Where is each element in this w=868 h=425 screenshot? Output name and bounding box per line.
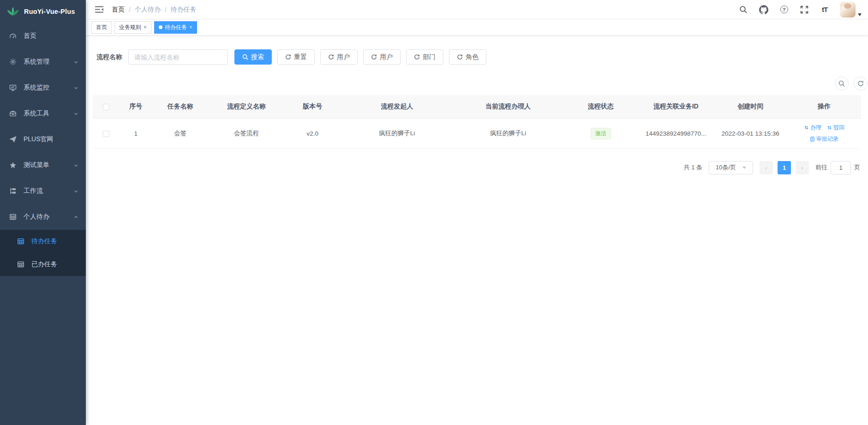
- search-icon: [242, 54, 248, 60]
- chevron-down-icon: [742, 167, 746, 169]
- sidebar-item-personal-todo[interactable]: 个人待办: [0, 204, 86, 230]
- sidebar-item-home[interactable]: 首页: [0, 23, 86, 49]
- col-status: 流程状态: [563, 95, 638, 118]
- github-icon[interactable]: [759, 5, 769, 15]
- chevron-down-icon: [73, 189, 78, 194]
- goto-page-input[interactable]: [831, 161, 851, 174]
- sidebar-item-workflow[interactable]: 工作流: [0, 178, 86, 204]
- prev-page-button[interactable]: ‹: [760, 161, 773, 174]
- page-size-select[interactable]: 10条/页: [709, 161, 753, 174]
- monitor-icon: [9, 84, 17, 92]
- sidebar-item-plus-website[interactable]: PLUS官网: [0, 126, 86, 152]
- dept-button[interactable]: 部门: [406, 49, 443, 65]
- tab-home[interactable]: 首页: [91, 21, 112, 34]
- sidebar-item-label: PLUS官网: [24, 135, 54, 144]
- help-icon[interactable]: ?: [779, 5, 789, 15]
- avatar[interactable]: [840, 2, 856, 18]
- tab-todo-tasks[interactable]: 待办任务 ×: [154, 21, 197, 34]
- search-button[interactable]: 搜索: [234, 49, 272, 65]
- tab-label: 首页: [96, 24, 107, 31]
- cell-initiator: 疯狂的狮子Li: [341, 118, 453, 149]
- send-icon: [9, 136, 17, 144]
- chevron-down-icon: [73, 163, 78, 168]
- user-button-2[interactable]: 用户: [363, 49, 401, 65]
- chevron-up-icon: [73, 215, 78, 220]
- handle-link[interactable]: 办理: [804, 124, 821, 132]
- star-icon: [9, 162, 17, 169]
- sidebar-item-label: 测试菜单: [24, 161, 49, 169]
- user-button-1[interactable]: 用户: [320, 49, 358, 65]
- col-version: 版本号: [284, 95, 341, 118]
- cell-business-id: 1449238924998770...: [638, 118, 713, 149]
- breadcrumb-separator: /: [129, 6, 131, 13]
- refresh-icon: [457, 54, 463, 60]
- close-icon[interactable]: ×: [144, 24, 147, 30]
- process-name-input[interactable]: [128, 49, 228, 65]
- logo[interactable]: RuoYi-Vue-Plus: [0, 0, 86, 23]
- main-area: 首页 / 个人待办 / 待办任务 ? tT: [86, 0, 868, 425]
- refresh-icon: [285, 54, 291, 60]
- col-current-handler: 当前流程办理人: [453, 95, 563, 118]
- sidebar-submenu: 待办任务 已办任务: [0, 230, 86, 276]
- table-header-row: 序号 任务名称 流程定义名称 版本号 流程发起人 当前流程办理人 流程状态 流程…: [93, 95, 861, 118]
- sidebar-item-done-tasks[interactable]: 已办任务: [0, 253, 86, 276]
- dashboard-icon: [9, 32, 17, 40]
- breadcrumb-home[interactable]: 首页: [112, 6, 125, 14]
- goto-page: 前往 页: [815, 161, 860, 174]
- goto-suffix: 页: [854, 163, 860, 172]
- search-icon[interactable]: [738, 5, 748, 15]
- tab-label: 待办任务: [165, 24, 187, 31]
- sidebar: RuoYi-Vue-Plus 首页 系统管理: [0, 0, 86, 425]
- breadcrumb-current: 待办任务: [171, 6, 197, 14]
- hamburger-icon: [95, 6, 103, 13]
- refresh-icon: [371, 54, 377, 60]
- approval-record-link[interactable]: 审批记录: [810, 135, 838, 143]
- navbar-actions: ? tT: [738, 2, 862, 18]
- sidebar-item-system-tools[interactable]: 系统工具: [0, 101, 86, 126]
- page-content: 流程名称 搜索 重置 用户 用户: [86, 36, 868, 425]
- pagination: 共 1 条 10条/页 ‹ 1 › 前往 页: [93, 161, 861, 174]
- tab-label: 业务规则: [119, 24, 141, 31]
- select-all-checkbox[interactable]: [103, 104, 109, 110]
- active-dot: [159, 25, 162, 29]
- fontsize-icon[interactable]: tT: [820, 5, 830, 15]
- row-actions: 办理 驳回 审批: [787, 124, 861, 143]
- table-row: 1 会签 会签流程 v2.0 疯狂的狮子Li 疯狂的狮子Li 激活 144923…: [93, 118, 861, 149]
- user-menu[interactable]: [840, 2, 862, 18]
- page-number-1[interactable]: 1: [778, 161, 791, 174]
- role-button[interactable]: 角色: [449, 49, 486, 65]
- col-actions: 操作: [787, 95, 861, 118]
- row-checkbox[interactable]: [103, 131, 109, 137]
- gear-icon: [9, 58, 17, 66]
- col-business-id: 流程关联业务ID: [638, 95, 713, 118]
- breadcrumb: 首页 / 个人待办 / 待办任务: [112, 6, 197, 14]
- reject-link[interactable]: 驳回: [827, 124, 844, 132]
- cell-current-handler: 疯狂的狮子Li: [453, 118, 563, 149]
- sidebar-item-test-menu[interactable]: 测试菜单: [0, 152, 86, 178]
- col-process-def-name: 流程定义名称: [209, 95, 284, 118]
- todo-tasks-table: 序号 任务名称 流程定义名称 版本号 流程发起人 当前流程办理人 流程状态 流程…: [93, 95, 861, 149]
- sidebar-toggle[interactable]: [91, 2, 107, 18]
- search-icon: [838, 80, 845, 87]
- next-page-button[interactable]: ›: [796, 161, 809, 174]
- fullscreen-icon[interactable]: [799, 5, 809, 15]
- search-form: 流程名称 搜索 重置 用户 用户: [96, 49, 861, 65]
- table-toolbar: [93, 77, 868, 90]
- sidebar-item-todo-tasks[interactable]: 待办任务: [0, 230, 86, 253]
- reset-button[interactable]: 重置: [277, 49, 315, 65]
- sidebar-item-label: 系统工具: [24, 109, 49, 118]
- reject-icon: [827, 125, 832, 130]
- tab-business-rules[interactable]: 业务规则 ×: [114, 21, 151, 34]
- refresh-table-button[interactable]: [854, 77, 868, 90]
- refresh-icon: [857, 80, 864, 87]
- sidebar-item-system-monitor[interactable]: 系统监控: [0, 75, 86, 101]
- sidebar-item-system-manage[interactable]: 系统管理: [0, 49, 86, 75]
- status-badge: 激活: [591, 128, 611, 139]
- col-created-at: 创建时间: [713, 95, 787, 118]
- show-search-toggle-button[interactable]: [835, 77, 849, 90]
- tree-icon: [9, 187, 17, 195]
- close-icon[interactable]: ×: [189, 24, 192, 30]
- sidebar-item-label: 个人待办: [24, 213, 49, 221]
- grid-icon: [17, 261, 24, 269]
- process-name-label: 流程名称: [96, 53, 122, 61]
